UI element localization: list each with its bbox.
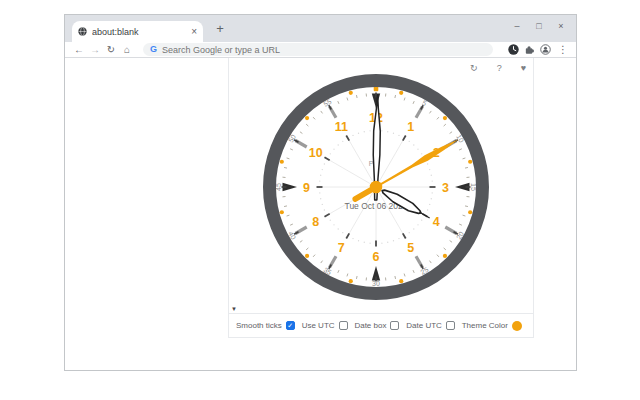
hour-number: 9 <box>303 181 310 195</box>
menu-icon[interactable]: ⋮ <box>556 44 570 55</box>
toolbar: ← → ↻ ⌂ G <box>65 42 576 58</box>
hour-number: 1 <box>407 120 414 134</box>
tab-strip: about:blank × + – □ × <box>65 15 576 42</box>
smooth-ticks-control: Smooth ticks ✓ <box>236 321 295 330</box>
date-box-checkbox[interactable] <box>390 321 399 330</box>
theme-color-control: Theme Color <box>462 321 522 331</box>
globe-icon <box>78 27 87 36</box>
collapse-arrow-icon[interactable]: ▼ <box>231 306 237 312</box>
browser-window: about:blank × + – □ × ← → ↻ ⌂ G <box>64 14 577 371</box>
page-content: ↻ ? ♥ 1234567891011125101520253035404550… <box>65 58 576 370</box>
extensions-puzzle-icon[interactable] <box>524 44 535 55</box>
tab-aboutblank[interactable]: about:blank × <box>72 21 203 42</box>
clock-extension-icon[interactable] <box>508 44 519 55</box>
new-tab-button[interactable]: + <box>212 20 228 36</box>
theme-color-label: Theme Color <box>462 321 508 330</box>
tab-close-icon[interactable]: × <box>191 27 197 37</box>
hour-number: 11 <box>335 120 348 134</box>
date-box-control: Date box <box>354 321 399 330</box>
smooth-ticks-label: Smooth ticks <box>236 321 282 330</box>
use-utc-label: Use UTC <box>302 321 335 330</box>
date-box-label: Date box <box>354 321 386 330</box>
use-utc-checkbox[interactable] <box>339 321 348 330</box>
hour-number: 10 <box>309 146 323 160</box>
minute-number: 30 <box>372 280 380 287</box>
date-utc-label: Date UTC <box>406 321 442 330</box>
minute-number: 45 <box>275 183 282 191</box>
clock-controls-bar: Smooth ticks ✓ Use UTC Date box Date UTC <box>229 313 533 337</box>
theme-color-swatch[interactable] <box>512 321 522 331</box>
clock-center-cap <box>370 181 383 194</box>
google-g-icon: G <box>150 45 157 54</box>
top-marker <box>374 87 379 92</box>
close-button[interactable]: × <box>550 19 572 33</box>
desktop-background: about:blank × + – □ × ← → ↻ ⌂ G <box>0 0 640 400</box>
hour-number: 7 <box>338 241 345 255</box>
use-utc-control: Use UTC <box>302 321 348 330</box>
reload-icon[interactable]: ↻ <box>103 43 119 57</box>
profile-icon[interactable] <box>540 44 551 55</box>
tab-title: about:blank <box>92 27 191 37</box>
hour-number: 5 <box>407 241 414 255</box>
date-utc-control: Date UTC <box>406 321 455 330</box>
analog-clock: 123456789101112510152025303540455055PMTu… <box>258 69 494 305</box>
back-icon[interactable]: ← <box>71 43 87 57</box>
hour-number: 6 <box>373 250 380 264</box>
hour-number: 3 <box>442 181 449 195</box>
clock-panel: ↻ ? ♥ 1234567891011125101520253035404550… <box>228 58 534 338</box>
address-input[interactable] <box>162 45 486 55</box>
minimize-button[interactable]: – <box>506 19 528 33</box>
minute-number: 15 <box>470 183 477 191</box>
heart-icon[interactable]: ♥ <box>521 63 526 73</box>
address-bar[interactable]: G <box>143 43 493 56</box>
date-utc-checkbox[interactable] <box>446 321 455 330</box>
help-icon[interactable]: ? <box>497 63 502 73</box>
window-controls: – □ × <box>506 19 572 33</box>
toolbar-right: ⋮ <box>508 44 570 55</box>
hour-number: 8 <box>312 215 319 229</box>
maximize-button[interactable]: □ <box>528 19 550 33</box>
forward-icon[interactable]: → <box>87 43 103 57</box>
home-icon[interactable]: ⌂ <box>119 43 135 57</box>
smooth-ticks-checkbox[interactable]: ✓ <box>286 321 295 330</box>
hour-number: 4 <box>433 215 440 229</box>
